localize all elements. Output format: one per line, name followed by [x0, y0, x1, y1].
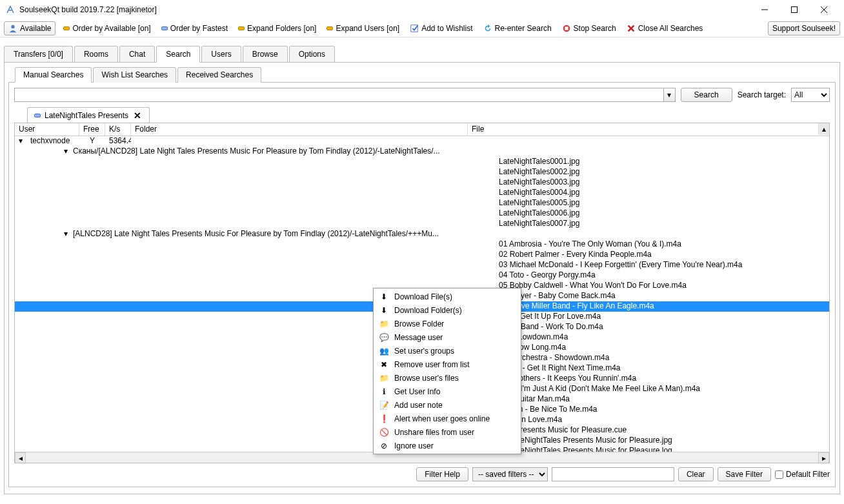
main-tabs: Transfers [0/0] Rooms Chat Search Users … [0, 41, 844, 62]
result-tabs: LateNightTales Presents ✕ [14, 107, 830, 123]
context-menu-item[interactable]: ⊘Ignore user [374, 439, 521, 452]
search-target-select[interactable]: All [791, 88, 830, 102]
saved-filters-select[interactable]: -- saved filters -- [472, 467, 548, 481]
tab-options[interactable]: Options [289, 46, 335, 63]
expand-users-toggle[interactable]: Expand Users [on] [324, 23, 402, 34]
search-button[interactable]: Search [681, 88, 732, 102]
table-row[interactable]: 01 Ambrosia - You're The Only Woman (You… [15, 239, 829, 250]
table-row[interactable]: 02 Robert Palmer - Every Kinda People.m4… [15, 250, 829, 260]
menu-item-icon: 📁 [379, 373, 389, 383]
stop-search-button[interactable]: Stop Search [559, 23, 619, 34]
filter-help-button[interactable]: Filter Help [416, 467, 468, 481]
menu-item-label: Browse user's files [394, 374, 459, 383]
svg-point-4 [11, 25, 14, 28]
tab-manual-searches[interactable]: Manual Searches [15, 67, 92, 83]
table-row[interactable]: LateNightTales0004.jpg [15, 188, 829, 198]
scroll-left-arrow[interactable]: ◂ [15, 452, 26, 463]
menu-item-icon: 👥 [379, 346, 389, 356]
app-icon [5, 5, 15, 15]
table-row[interactable]: 04 Toto - Georgy Porgy.m4a [15, 270, 829, 281]
context-menu-item[interactable]: ⬇Download Folder(s) [374, 303, 521, 317]
col-file[interactable]: File [468, 123, 829, 136]
clear-filter-button[interactable]: Clear [678, 467, 714, 481]
search-history-dropdown[interactable]: ▾ [664, 88, 676, 102]
close-button[interactable] [809, 0, 839, 19]
order-fastest-toggle[interactable]: Order by Fastest [159, 23, 230, 34]
filter-row: Filter Help -- saved filters -- Clear Sa… [14, 467, 830, 481]
menu-item-icon: 📝 [379, 400, 389, 410]
scroll-up-arrow[interactable]: ▴ [818, 123, 829, 135]
tab-search[interactable]: Search [156, 46, 200, 63]
user-icon [8, 24, 17, 33]
context-menu-item[interactable]: 💬Message user [374, 330, 521, 344]
support-button[interactable]: Support Soulseek! [768, 21, 840, 35]
tab-rooms[interactable]: Rooms [74, 46, 118, 63]
close-all-icon [627, 24, 636, 33]
stop-icon [562, 24, 571, 33]
close-result-tab[interactable]: ✕ [132, 110, 143, 121]
menu-item-label: Message user [394, 333, 443, 342]
search-row: ▾ Search Search target: All [14, 88, 830, 102]
context-menu-item[interactable]: 📁Browse user's files [374, 371, 521, 385]
context-menu-item[interactable]: 📁Browse Folder [374, 317, 521, 330]
table-row[interactable]: ▾Сканы/[ALNCD28] Late Night Tales Presen… [15, 146, 829, 157]
available-button[interactable]: Available [4, 21, 55, 35]
menu-item-icon: ⬇ [379, 292, 389, 302]
search-subtabs: Manual Searches Wish List Searches Recei… [8, 66, 836, 82]
tab-wishlist-searches[interactable]: Wish List Searches [93, 67, 176, 83]
table-row[interactable]: LateNightTales0007.jpg [15, 219, 829, 229]
table-row[interactable]: ▾ techxvnode Y 5364.4 [15, 136, 829, 146]
menu-item-label: Ignore user [394, 441, 434, 450]
result-tab-icon [34, 114, 41, 117]
result-tab[interactable]: LateNightTales Presents ✕ [27, 107, 150, 123]
table-row[interactable]: LateNightTales0001.jpg [15, 157, 829, 167]
context-menu-item[interactable]: 👥Set user's groups [374, 344, 521, 358]
search-input[interactable] [14, 88, 664, 102]
menu-item-icon: ❗ [379, 414, 389, 424]
table-row[interactable]: LateNightTales0005.jpg [15, 198, 829, 208]
context-menu-item[interactable]: 📝Add user note [374, 398, 521, 412]
scroll-right-arrow[interactable]: ▸ [818, 452, 829, 463]
save-filter-button[interactable]: Save Filter [718, 467, 771, 481]
tab-users[interactable]: Users [201, 46, 241, 63]
col-ks[interactable]: K/s [105, 123, 131, 136]
table-row[interactable]: 03 Michael McDonald - I Keep Forgettin' … [15, 260, 829, 270]
expand-folders-toggle[interactable]: Expand Folders [on] [236, 23, 319, 34]
default-filter-checkbox[interactable] [775, 470, 783, 479]
default-filter-checkbox-label[interactable]: Default Filter [775, 470, 830, 479]
tab-browse[interactable]: Browse [243, 46, 288, 63]
col-free[interactable]: Free [79, 123, 105, 136]
context-menu-item[interactable]: ✖Remove user from list [374, 358, 521, 371]
reenter-search-button[interactable]: Re-enter Search [481, 23, 554, 34]
menu-item-label: Set user's groups [394, 347, 454, 356]
menu-item-icon: 📁 [379, 319, 389, 329]
table-row[interactable]: ▾[ALNCD28] Late Night Tales Presents Mus… [15, 229, 829, 239]
toolbar: Available Order by Available [on] Order … [0, 19, 844, 37]
order-available-toggle[interactable]: Order by Available [on] [61, 23, 153, 34]
table-row[interactable]: LateNightTales0002.jpg [15, 167, 829, 177]
table-row[interactable]: LateNightTales0006.jpg [15, 208, 829, 219]
filter-input[interactable] [552, 467, 674, 481]
tab-chat[interactable]: Chat [119, 46, 155, 63]
svg-rect-1 [792, 7, 798, 13]
maximize-button[interactable] [779, 0, 809, 19]
context-menu: ⬇Download File(s)⬇Download Folder(s)📁Bro… [373, 288, 521, 454]
close-all-button[interactable]: Close All Searches [624, 23, 706, 34]
col-folder[interactable]: Folder [131, 123, 468, 136]
svg-rect-7 [565, 26, 568, 30]
table-row[interactable]: LateNightTales0003.jpg [15, 177, 829, 188]
window-title: SoulseekQt build 2019.7.22 [majkinetor] [19, 5, 750, 14]
context-menu-item[interactable]: ❗Alert when user goes online [374, 412, 521, 425]
menu-item-label: Add user note [394, 401, 443, 410]
result-tab-label: LateNightTales Presents [45, 111, 128, 120]
context-menu-item[interactable]: ℹGet User Info [374, 385, 521, 398]
titlebar: SoulseekQt build 2019.7.22 [majkinetor] [0, 0, 844, 19]
menu-item-icon: 💬 [379, 332, 389, 343]
tab-received-searches[interactable]: Received Searches [177, 67, 261, 83]
tab-transfers[interactable]: Transfers [0/0] [4, 46, 73, 63]
context-menu-item[interactable]: 🚫Unshare files from user [374, 425, 521, 439]
minimize-button[interactable] [750, 0, 779, 19]
col-user[interactable]: User [15, 123, 79, 136]
add-wishlist-button[interactable]: Add to Wishlist [407, 23, 475, 34]
context-menu-item[interactable]: ⬇Download File(s) [374, 290, 521, 303]
